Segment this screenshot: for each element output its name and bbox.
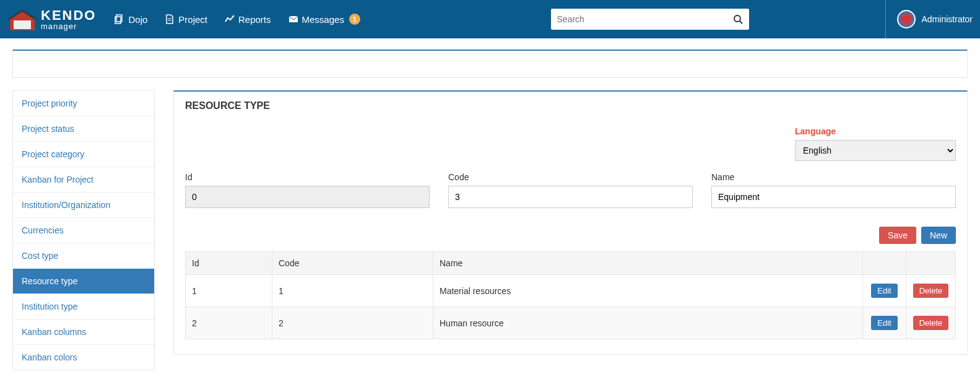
sidebar-item-cost-type[interactable]: Cost type [13, 243, 154, 269]
sidebar-item-project-status[interactable]: Project status [13, 116, 154, 142]
svg-rect-1 [14, 20, 31, 29]
sidebar-item-institution-organization[interactable]: Institution/Organization [13, 193, 154, 218]
nav-project[interactable]: Project [165, 14, 207, 25]
svg-point-8 [734, 15, 740, 22]
app-logo[interactable]: KENDO manager [7, 7, 96, 32]
cell-id: 1 [186, 275, 272, 307]
edit-button[interactable]: Edit [871, 284, 897, 298]
nav-reports[interactable]: Reports [225, 14, 271, 25]
file-icon [165, 14, 175, 24]
table-row: 22Human resourceEditDelete [186, 307, 956, 339]
nav-dojo[interactable]: Dojo [115, 14, 147, 25]
search-input[interactable] [557, 14, 733, 24]
language-select[interactable]: English [795, 140, 956, 161]
nav-messages[interactable]: Messages 1 [288, 14, 360, 25]
sidebar-item-resource-type[interactable]: Resource type [13, 269, 154, 294]
cell-code: 1 [272, 275, 433, 307]
main-panel: RESOURCE TYPE Language English Id Code N… [173, 90, 968, 355]
page-header-bar [12, 50, 968, 78]
chart-icon [225, 14, 235, 24]
name-input[interactable] [711, 186, 956, 208]
search-box[interactable] [551, 9, 749, 30]
cell-id: 2 [186, 307, 272, 339]
code-label: Code [448, 172, 693, 182]
new-button[interactable]: New [921, 227, 956, 244]
logo-icon [7, 7, 37, 32]
nav-messages-label: Messages [302, 14, 344, 25]
sidebar-item-currencies[interactable]: Currencies [13, 218, 154, 243]
svg-line-9 [740, 21, 742, 24]
sidebar-item-project-category[interactable]: Project category [13, 142, 154, 167]
id-input [185, 186, 430, 208]
search-icon[interactable] [733, 14, 743, 24]
avatar [897, 10, 916, 28]
messages-badge: 1 [349, 14, 360, 25]
id-label: Id [185, 172, 430, 182]
sidebar-item-kanban-for-project[interactable]: Kanban for Project [13, 167, 154, 193]
delete-button[interactable]: Delete [913, 284, 949, 298]
sidebar-item-kanban-columns[interactable]: Kanban columns [13, 320, 154, 345]
col-code: Code [272, 252, 433, 275]
col-id: Id [186, 252, 272, 275]
col-delete [906, 252, 956, 275]
resource-type-table: Id Code Name 11Material resourcesEditDel… [185, 251, 956, 339]
envelope-icon [288, 14, 298, 24]
page-title: RESOURCE TYPE [185, 100, 956, 111]
col-edit [863, 252, 906, 275]
language-label: Language [795, 126, 956, 136]
edit-button[interactable]: Edit [871, 316, 897, 330]
cell-name: Human resource [433, 307, 863, 339]
user-menu[interactable]: Administrator [885, 0, 973, 38]
nav-reports-label: Reports [238, 14, 271, 25]
code-input[interactable] [448, 186, 693, 208]
cell-code: 2 [272, 307, 433, 339]
save-button[interactable]: Save [879, 227, 916, 244]
copy-icon [115, 14, 124, 24]
sidebar-item-kanban-colors[interactable]: Kanban colors [13, 345, 154, 370]
nav-project-label: Project [178, 14, 207, 25]
sidebar-item-project-priority[interactable]: Project priority [13, 91, 154, 116]
delete-button[interactable]: Delete [913, 316, 949, 330]
logo-text: KENDO manager [41, 9, 96, 30]
sidebar-item-institution-type[interactable]: Institution type [13, 294, 154, 320]
name-label: Name [711, 172, 956, 182]
table-row: 11Material resourcesEditDelete [186, 275, 956, 307]
settings-sidebar: Project priorityProject statusProject ca… [12, 90, 155, 370]
cell-name: Material resources [433, 275, 863, 307]
nav-dojo-label: Dojo [128, 14, 147, 25]
user-name: Administrator [922, 14, 973, 24]
top-navbar: KENDO manager Dojo Project Reports Messa… [0, 0, 980, 38]
col-name: Name [433, 252, 863, 275]
